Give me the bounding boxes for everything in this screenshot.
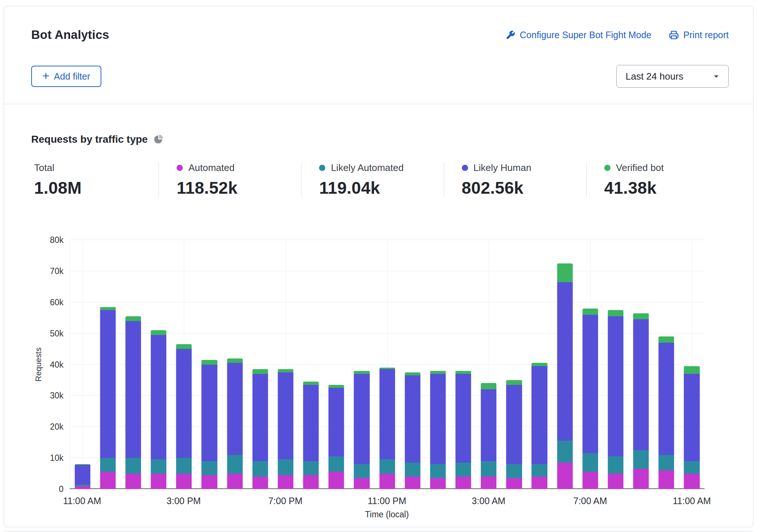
bar-segment-verified-bot xyxy=(151,330,166,335)
bar-segment-verified-bot xyxy=(659,336,674,343)
x-axis-ticks: 11:00 AM3:00 PM7:00 PM11:00 PM3:00 AM7:0… xyxy=(69,489,705,508)
y-axis-title: Requests xyxy=(31,240,46,489)
bar-9-800pm[interactable] xyxy=(303,382,319,489)
card-body: Requests by traffic type Total1.08MAutom… xyxy=(4,104,753,520)
y-tick-label: 0 xyxy=(59,485,64,493)
bar-0-1100am[interactable] xyxy=(75,464,90,489)
add-filter-button[interactable]: + Add filter xyxy=(31,66,101,87)
bar-segment-verified-bot xyxy=(633,313,649,320)
stat-likely-automated: Likely Automated119.04k xyxy=(301,162,443,197)
bar-17-400am[interactable] xyxy=(506,380,522,489)
stat-label-row: Verified bot xyxy=(604,162,729,173)
bar-segment-verified-bot xyxy=(176,344,192,349)
bar-segment-automated xyxy=(430,478,446,489)
bar-segment-likely-automated xyxy=(506,464,522,478)
bar-segment-likely-automated xyxy=(455,463,471,477)
bar-segment-likely-automated xyxy=(557,441,573,462)
bar-segment-likely-human xyxy=(100,310,116,458)
bar-segment-automated xyxy=(532,477,547,489)
bar-segment-likely-human xyxy=(151,335,166,459)
bar-segment-automated xyxy=(633,469,649,489)
print-report-link[interactable]: Print report xyxy=(669,30,729,40)
header-row: Bot Analytics Configure Super Bot Fight … xyxy=(31,28,729,42)
stat-label-row: Likely Human xyxy=(462,162,586,173)
bar-segment-verified-bot xyxy=(125,316,141,321)
bar-20-700am[interactable] xyxy=(582,309,598,489)
bar-23-1000am[interactable] xyxy=(659,336,674,489)
bar-13-1200am[interactable] xyxy=(405,372,420,489)
bar-segment-automated xyxy=(125,474,141,489)
bar-segment-likely-automated xyxy=(684,461,700,474)
bar-segment-verified-bot xyxy=(557,263,573,282)
bar-segment-verified-bot xyxy=(684,366,700,374)
bar-segment-likely-human xyxy=(506,385,522,464)
page: Bot Analytics Configure Super Bot Fight … xyxy=(0,0,757,532)
bar-segment-verified-bot xyxy=(608,310,623,316)
bar-1-1200pm[interactable] xyxy=(100,307,116,489)
x-axis-title: Time (local) xyxy=(69,510,705,520)
bar-19-600am[interactable] xyxy=(557,263,573,489)
bar-11-1000pm[interactable] xyxy=(354,371,370,489)
bar-segment-automated xyxy=(176,474,192,489)
bar-segment-automated xyxy=(659,470,674,489)
bar-segment-likely-automated xyxy=(405,463,420,477)
bar-segment-verified-bot xyxy=(481,383,497,389)
bar-segment-verified-bot xyxy=(202,360,217,365)
bar-18-500am[interactable] xyxy=(532,363,547,489)
bar-segment-likely-human xyxy=(176,349,192,458)
y-tick-label: 20k xyxy=(50,423,64,431)
bar-16-300am[interactable] xyxy=(481,383,497,489)
bar-10-900pm[interactable] xyxy=(329,385,344,489)
stat-automated: Automated118.52k xyxy=(159,162,301,197)
bar-12-1100pm[interactable] xyxy=(379,368,395,489)
bar-24-1100am[interactable] xyxy=(684,366,700,489)
bar-4-300pm[interactable] xyxy=(176,344,192,489)
bar-segment-likely-human xyxy=(532,366,547,464)
bar-segment-likely-human xyxy=(75,465,90,485)
page-title: Bot Analytics xyxy=(31,28,109,42)
x-tick-label: 7:00 AM xyxy=(573,496,607,506)
bar-5-400pm[interactable] xyxy=(202,360,217,489)
y-tick-label: 40k xyxy=(50,360,64,369)
v-gridline xyxy=(83,240,83,489)
header-links: Configure Super Bot Fight Mode Print rep… xyxy=(506,30,729,40)
y-tick-label: 10k xyxy=(50,454,64,462)
bar-segment-automated xyxy=(684,474,700,489)
bar-14-100am[interactable] xyxy=(430,371,446,489)
bar-21-800am[interactable] xyxy=(608,310,623,489)
bar-2-100pm[interactable] xyxy=(125,316,141,489)
time-range-select[interactable]: Last 24 hours xyxy=(616,65,729,88)
wrench-icon xyxy=(506,30,515,40)
bar-segment-likely-automated xyxy=(379,459,395,473)
bar-3-200pm[interactable] xyxy=(151,330,166,489)
bar-segment-automated xyxy=(278,475,293,489)
stat-value: 41.38k xyxy=(604,178,729,197)
bar-segment-automated xyxy=(557,463,573,489)
bar-segment-automated xyxy=(329,472,344,489)
bar-segment-likely-automated xyxy=(252,461,268,477)
y-tick-label: 80k xyxy=(50,236,64,244)
stat-label-row: Total xyxy=(34,162,159,173)
configure-super-bot-fight-mode-link[interactable]: Configure Super Bot Fight Mode xyxy=(506,30,652,40)
bar-6-500pm[interactable] xyxy=(227,358,243,489)
bar-segment-verified-bot xyxy=(532,363,547,366)
requests-chart: Requests 010k20k30k40k50k60k70k80k 11:00… xyxy=(31,240,729,520)
bar-15-200am[interactable] xyxy=(455,371,471,489)
bot-analytics-card: Bot Analytics Configure Super Bot Fight … xyxy=(4,6,753,527)
card-header: Bot Analytics Configure Super Bot Fight … xyxy=(4,6,753,104)
legend-dot xyxy=(604,165,611,171)
bar-segment-likely-automated xyxy=(329,456,344,472)
bar-8-700pm[interactable] xyxy=(278,369,293,489)
chart-plot xyxy=(69,240,705,489)
legend-dot xyxy=(177,165,183,171)
bar-segment-verified-bot xyxy=(455,371,471,374)
bar-22-900am[interactable] xyxy=(633,313,649,489)
bar-7-600pm[interactable] xyxy=(252,369,268,489)
bar-segment-likely-human xyxy=(405,375,420,463)
bar-segment-verified-bot xyxy=(303,382,319,385)
bar-segment-likely-human xyxy=(481,389,497,461)
bar-segment-likely-human xyxy=(659,343,674,455)
bar-segment-automated xyxy=(582,472,598,489)
stat-value: 802.56k xyxy=(462,178,586,197)
bar-segment-automated xyxy=(75,486,90,489)
